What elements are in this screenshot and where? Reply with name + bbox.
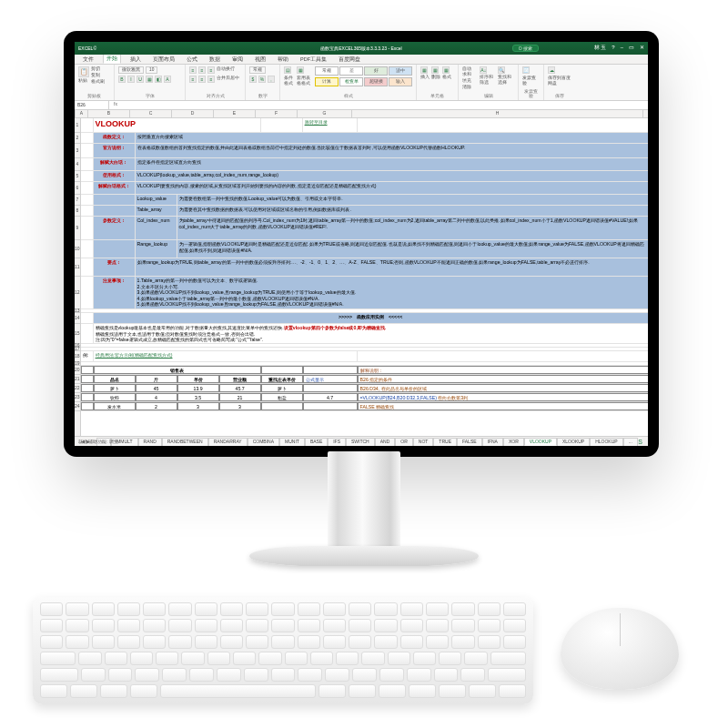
cell[interactable]: B26 指定的条件 xyxy=(358,375,648,383)
cell[interactable]: 为table_array中待返回的匹配值的列序号.Col_index_num为1… xyxy=(177,217,648,239)
cell[interactable]: 3 xyxy=(219,402,261,410)
cell[interactable] xyxy=(81,133,94,143)
row-11[interactable]: 11 xyxy=(75,258,80,277)
sheet-tab[interactable]: RANDBETWEEN xyxy=(162,438,208,446)
cell[interactable]: =VLOOKUP(B24,B20:D32,3,FALSE) 在向右数第3列 xyxy=(358,393,648,401)
formula-input[interactable] xyxy=(122,101,648,109)
cell[interactable]: 45.7 xyxy=(219,384,261,392)
cell[interactable]: Table_array xyxy=(136,206,177,216)
cell[interactable] xyxy=(81,217,94,239)
tab-insert[interactable]: 插入 xyxy=(127,56,144,64)
sheet-tab[interactable]: TRUE xyxy=(433,438,457,446)
row-5[interactable]: 5 xyxy=(75,171,80,182)
cell[interactable]: 解赋白话格式： xyxy=(94,182,136,194)
cell[interactable]: Col_index_num xyxy=(136,217,177,239)
cell[interactable]: FALSE 精确查找 xyxy=(358,402,648,410)
style-preset[interactable]: 适中 xyxy=(389,66,412,76)
cell[interactable] xyxy=(81,171,94,181)
cell[interactable] xyxy=(81,402,94,410)
brush-button[interactable]: 格式刷 xyxy=(91,79,105,85)
cell[interactable] xyxy=(358,351,648,361)
cell[interactable]: 重找左表单价 xyxy=(261,375,303,383)
cell[interactable]: 3 xyxy=(177,402,219,410)
cell[interactable]: 函数定义： xyxy=(94,133,136,143)
cell[interactable]: 饮料 xyxy=(94,393,136,401)
row-20[interactable]: 20 xyxy=(75,366,80,375)
cell[interactable]: VLOOKUP xyxy=(94,118,261,132)
cell[interactable]: 官方说明： xyxy=(94,144,136,157)
cell[interactable]: 销售表 xyxy=(94,366,261,374)
col-E[interactable]: E xyxy=(214,110,256,117)
style-preset[interactable]: 好 xyxy=(364,66,388,76)
table-style-button[interactable]: ▦ xyxy=(297,66,304,74)
delete-cells-button[interactable]: ▦ xyxy=(431,66,439,74)
tab-pdf[interactable]: PDF工具集 xyxy=(298,56,329,64)
sheet-tab[interactable]: HLOOKUP xyxy=(590,438,622,446)
cell[interactable]: 精确查找是vlookup最基本也是最常用的功能,对于数据量大的查找,其速度比菜单… xyxy=(94,324,648,343)
row-2[interactable]: 2 xyxy=(75,133,80,144)
cell[interactable] xyxy=(94,195,136,205)
tab-baidu[interactable]: 百度网盘 xyxy=(336,56,363,64)
col-C[interactable]: C xyxy=(130,110,172,117)
underline-button[interactable]: U xyxy=(136,76,144,83)
style-preset[interactable]: 常规 xyxy=(315,66,339,76)
cell[interactable]: 注意事项： xyxy=(94,277,136,308)
cell[interactable]: B26:D34, 在此品名与单价的区域 xyxy=(358,384,648,392)
cell[interactable] xyxy=(81,258,94,276)
sheet-tab[interactable]: NOT xyxy=(413,438,434,446)
style-preset[interactable]: 差 xyxy=(339,66,363,76)
tab-help[interactable]: 帮助 xyxy=(275,56,291,64)
tab-layout[interactable]: 页面布局 xyxy=(150,56,177,64)
cell[interactable]: 按照垂直方向搜索区域 xyxy=(136,133,648,143)
cell[interactable] xyxy=(81,195,94,205)
worksheet-grid[interactable]: ABCDEFGHIJK 1234567891011121314151617181… xyxy=(75,110,648,436)
cell[interactable]: 1.Table_array的第一列中的数值可以为文本、数字或逻辑值. 2.文本不… xyxy=(136,277,648,308)
sheet-tab[interactable]: OR xyxy=(395,438,413,446)
paste-icon[interactable]: 📋 xyxy=(78,66,89,77)
row-24[interactable]: 24 xyxy=(75,402,80,411)
col-H[interactable]: H xyxy=(352,110,643,117)
cell[interactable] xyxy=(81,313,94,323)
currency-icon[interactable]: $ xyxy=(249,76,257,83)
cell[interactable]: 萝卜 xyxy=(261,384,303,392)
comma-icon[interactable]: , xyxy=(268,76,275,83)
align-mid-icon[interactable]: ≡ xyxy=(198,66,206,74)
close-icon[interactable]: ✕ xyxy=(640,45,644,52)
col-I[interactable]: I xyxy=(643,110,648,117)
cell[interactable]: 在表格或数值数组的首列查找指定的数值,并由此返回表格或数组当前行中指定列处的数值… xyxy=(136,144,648,157)
copy-button[interactable]: 复制 xyxy=(91,73,105,78)
cell[interactable]: 解释说明： xyxy=(358,366,648,374)
row-10[interactable]: 10 xyxy=(75,240,80,258)
cell[interactable] xyxy=(81,240,94,258)
sheet-tab[interactable]: RANDARRAY xyxy=(208,438,248,446)
cell[interactable] xyxy=(81,277,94,308)
user-label[interactable]: 林 玉 xyxy=(594,45,607,52)
insert-cells-button[interactable]: ▦ xyxy=(420,66,428,74)
cell[interactable] xyxy=(303,402,358,410)
cell[interactable]: 为一逻辑值,指明函数VLOOKUP返回时是精确匹配还是近似匹配.如果为TRUE或… xyxy=(177,240,648,258)
clear-button[interactable]: 清除 xyxy=(462,85,475,90)
font-color-button[interactable]: A xyxy=(164,76,171,83)
sheet-tab[interactable]: XOR xyxy=(503,438,524,446)
row-8[interactable]: 8 xyxy=(75,206,80,217)
number-format-select[interactable]: 常规 xyxy=(249,66,266,74)
style-preset[interactable]: 输入 xyxy=(389,77,412,86)
italic-button[interactable]: I xyxy=(127,76,135,83)
sheet-tab[interactable]: RAND xyxy=(138,438,162,446)
find-select-button[interactable]: 🔍 xyxy=(498,66,505,74)
sheet-tab[interactable]: MUNIT xyxy=(279,438,305,446)
col-D[interactable]: D xyxy=(172,110,214,117)
align-top-icon[interactable]: ≡ xyxy=(189,66,197,74)
cloud-save-icon[interactable]: ☁ xyxy=(548,66,555,74)
cell[interactable]: 如果range_lookup为TRUE,则table_array的第一列中的数值… xyxy=(136,258,648,276)
style-preset[interactable]: 超链接 xyxy=(364,77,388,86)
cell[interactable]: 斤 xyxy=(136,375,177,383)
sheet-tab[interactable]: VLOOKUP xyxy=(524,438,557,446)
cell[interactable]: 经典用法:官方示例(精确匹配查找方式) xyxy=(94,351,358,361)
cell[interactable] xyxy=(261,366,303,374)
invoice-icon[interactable]: 🧾 xyxy=(522,66,530,74)
cell[interactable] xyxy=(81,144,94,157)
cell[interactable] xyxy=(358,118,648,132)
cell[interactable]: 45 xyxy=(136,384,177,392)
fx-icon[interactable]: fx xyxy=(109,101,122,109)
